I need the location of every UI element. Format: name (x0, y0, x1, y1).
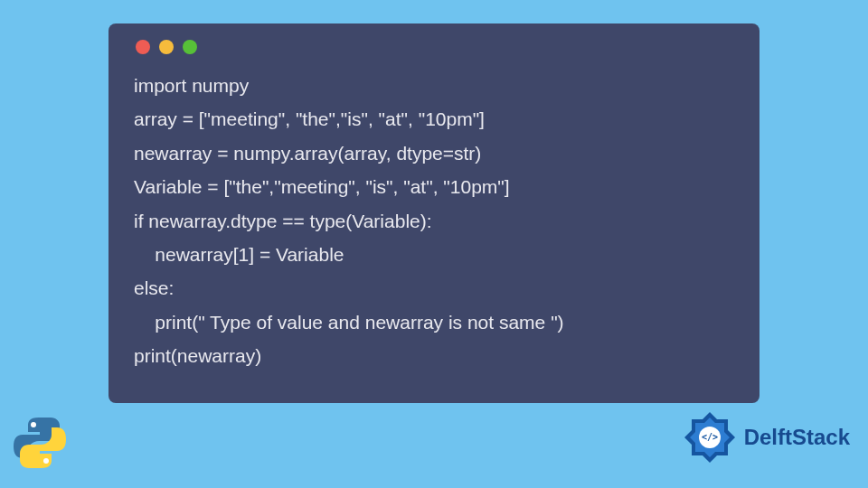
code-line: newarray = numpy.array(array, dtype=str) (134, 143, 481, 164)
delftstack-branding: </> DelftStack (681, 408, 850, 466)
code-line: Variable = ["the","meeting", "is", "at",… (134, 176, 510, 197)
maximize-icon (183, 40, 197, 54)
code-block: import numpy array = ["meeting", "the","… (134, 69, 734, 372)
code-line: else: (134, 277, 174, 298)
code-line: array = ["meeting", "the","is", "at", "1… (134, 108, 485, 129)
code-window: import numpy array = ["meeting", "the","… (108, 23, 760, 403)
svg-point-1 (43, 458, 49, 464)
python-logo-icon (11, 414, 69, 472)
svg-point-0 (31, 422, 36, 427)
window-controls (134, 40, 734, 54)
code-line: import numpy (134, 75, 249, 96)
close-icon (136, 40, 150, 54)
code-line: print(newarray) (134, 345, 261, 366)
minimize-icon (159, 40, 174, 54)
code-line: newarray[1] = Variable (134, 244, 344, 265)
svg-text:</>: </> (702, 432, 718, 442)
code-line: if newarray.dtype == type(Variable): (134, 211, 432, 231)
delftstack-logo-icon: </> (681, 408, 739, 466)
brand-name: DelftStack (744, 425, 850, 450)
code-line: print(" Type of value and newarray is no… (134, 312, 564, 333)
